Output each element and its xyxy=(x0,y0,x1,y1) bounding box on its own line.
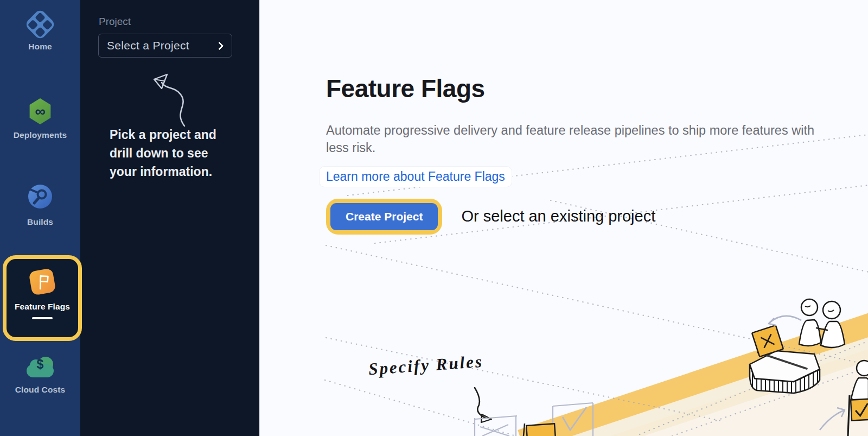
page-title: Feature Flags xyxy=(326,74,868,103)
sidebar-item-cloud-costs[interactable]: $ Cloud Costs xyxy=(0,356,80,395)
home-icon xyxy=(29,13,52,36)
sidebar-item-deployments[interactable]: ∞ Deployments xyxy=(0,98,80,140)
sidebar-item-feature-flags[interactable]: Feature Flags xyxy=(3,255,82,341)
sidebar-item-label: Home xyxy=(0,42,80,52)
learn-more-link[interactable]: Learn more about Feature Flags xyxy=(320,167,512,187)
create-project-button[interactable]: Create Project xyxy=(330,203,438,230)
main-content: Specify Rules Feature Flags Automate pro… xyxy=(259,0,868,436)
deployments-icon: ∞ xyxy=(28,98,52,124)
create-project-highlight-ring: Create Project xyxy=(326,199,442,235)
project-panel: Project Select a Project Pick a project … xyxy=(80,0,259,436)
cta-row: Create Project Or select an existing pro… xyxy=(326,199,868,235)
module-nav-rail: Home ∞ Deployments Builds xyxy=(0,0,80,436)
or-select-existing-text: Or select an existing project xyxy=(461,207,655,225)
project-hint-text: Pick a project and drill down to see you… xyxy=(110,125,226,181)
builds-icon xyxy=(28,184,53,209)
feature-flags-icon xyxy=(30,270,54,294)
page-description: Automate progressive delivery and featur… xyxy=(326,122,840,157)
app-window: Home ∞ Deployments Builds xyxy=(0,0,868,436)
sidebar-item-label: Deployments xyxy=(0,130,80,140)
sidebar-item-label: Feature Flags xyxy=(7,302,78,312)
hand-drawn-arrow-icon xyxy=(80,0,259,141)
sidebar-item-label: Builds xyxy=(0,217,80,227)
cloud-costs-icon: $ xyxy=(25,356,55,380)
sidebar-item-builds[interactable]: Builds xyxy=(0,184,80,227)
active-indicator xyxy=(32,317,53,319)
sidebar-item-home[interactable]: Home xyxy=(0,13,80,52)
sidebar-item-label: Cloud Costs xyxy=(0,385,80,395)
